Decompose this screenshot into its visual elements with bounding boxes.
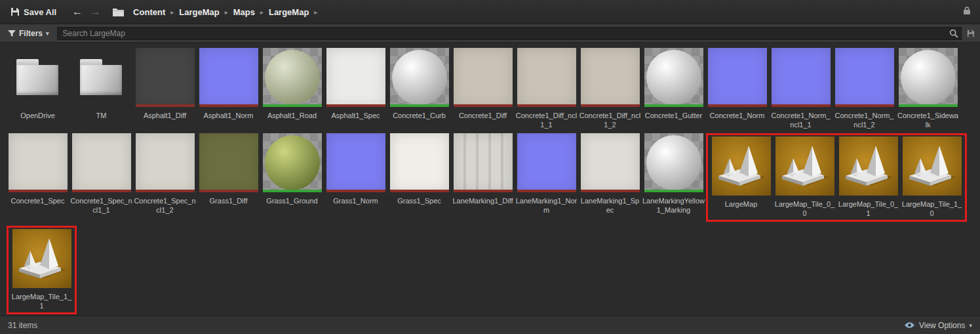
- texture-thumbnail: [708, 48, 767, 107]
- asset-tile-LaneMarking1_Spec[interactable]: LaneMarking1_Spec: [579, 133, 641, 215]
- lock-icon: [963, 6, 971, 15]
- asset-type-bar: [644, 190, 703, 192]
- asset-type-bar: [263, 190, 322, 192]
- asset-tile-Concrete1_Norm_ncl1_1[interactable]: Concrete1_Norm_ncl1_1: [770, 48, 832, 129]
- asset-type-bar: [199, 104, 258, 107]
- filters-label: Filters: [19, 29, 43, 38]
- asset-type-bar: [326, 104, 385, 107]
- search-input[interactable]: [60, 29, 949, 38]
- asset-tile-Concrete1_Norm_ncl1_2[interactable]: Concrete1_Norm_ncl1_2: [833, 48, 895, 129]
- tile-label: Grass1_Norm: [324, 196, 387, 215]
- tile-label: Concrete1_Norm_ncl1_1: [770, 111, 832, 129]
- asset-tile-LargeMap_Tile_0_1[interactable]: LargeMap_Tile_0_1: [837, 136, 899, 218]
- asset-tile-LargeMap_Tile_1_1[interactable]: LargeMap_Tile_1_1: [10, 229, 73, 310]
- asset-tile-TM[interactable]: TM: [70, 48, 132, 129]
- folder-body: [80, 65, 122, 95]
- asset-tile-Concrete1_Diff_ncl1_2[interactable]: Concrete1_Diff_ncl1_2: [579, 48, 641, 129]
- tile-label: Concrete1_Diff: [452, 111, 514, 129]
- view-options-label: View Options: [919, 321, 965, 330]
- asset-tile-LaneMarking1_Norm[interactable]: LaneMarking1_Norm: [515, 133, 578, 215]
- material-sphere: [646, 135, 701, 190]
- texture-thumbnail: [454, 133, 513, 192]
- asset-tile-Concrete1_Curb[interactable]: Concrete1_Curb: [388, 48, 450, 129]
- texture-thumbnail: [835, 48, 894, 107]
- asset-type-bar: [772, 104, 831, 107]
- tile-label: Asphalt1_Road: [261, 111, 323, 129]
- asset-tile-LargeMap_Tile_0_0[interactable]: LargeMap_Tile_0_0: [774, 136, 836, 218]
- asset-tile-LaneMarking1_Diff[interactable]: LaneMarking1_Diff: [452, 133, 514, 215]
- breadcrumb-separator-icon: ▸: [260, 9, 264, 16]
- save-all-button[interactable]: Save All: [7, 5, 60, 20]
- texture-thumbnail: [199, 48, 258, 107]
- breadcrumb: Content▸LargeMap▸Maps▸LargeMap▸: [132, 7, 317, 17]
- tile-label: Concrete1_Norm_ncl1_2: [833, 111, 895, 129]
- texture-thumbnail: [581, 48, 640, 107]
- folder-icon: [9, 48, 68, 107]
- tile-label: LargeMap: [710, 199, 772, 218]
- asset-type-bar: [835, 104, 894, 107]
- breadcrumb-separator-icon: ▸: [314, 9, 317, 16]
- asset-tile-Grass1_Ground[interactable]: Grass1_Ground: [261, 133, 323, 215]
- asset-tile-Grass1_Norm[interactable]: Grass1_Norm: [324, 133, 387, 215]
- filter-bar: Filters ▾: [0, 24, 980, 43]
- tile-label: Concrete1_Diff_ncl1_2: [579, 111, 641, 129]
- asset-type-bar: [263, 104, 322, 107]
- asset-tile-Concrete1_Gutter[interactable]: Concrete1_Gutter: [642, 48, 705, 129]
- asset-type-bar: [136, 190, 195, 192]
- asset-tile-OpenDrive[interactable]: OpenDrive: [7, 48, 69, 129]
- level-thumbnail: [775, 136, 834, 196]
- level-pyramids-art: [712, 136, 771, 196]
- asset-tile-Concrete1_Spec[interactable]: Concrete1_Spec: [7, 133, 69, 215]
- breadcrumb-item-largemap[interactable]: LargeMap: [178, 7, 220, 17]
- asset-tile-Concrete1_Diff[interactable]: Concrete1_Diff: [452, 48, 514, 129]
- asset-tile-LargeMap_Tile_1_0[interactable]: LargeMap_Tile_1_0: [901, 136, 963, 218]
- tile-label: LargeMap_Tile_0_1: [837, 199, 899, 218]
- asset-tile-Grass1_Spec[interactable]: Grass1_Spec: [388, 133, 450, 215]
- asset-type-bar: [9, 190, 68, 192]
- item-count: 31 items: [8, 321, 37, 330]
- breadcrumb-item-largemap[interactable]: LargeMap: [267, 7, 310, 17]
- search-box: [57, 27, 962, 40]
- asset-tile-Grass1_Diff[interactable]: Grass1_Diff: [197, 133, 260, 215]
- tile-label: LargeMap_Tile_0_0: [774, 199, 836, 218]
- tile-label: LaneMarkingYellow1_Marking: [642, 196, 705, 215]
- asset-tile-LargeMap[interactable]: LargeMap: [710, 136, 772, 218]
- texture-thumbnail: [136, 133, 195, 192]
- highlight-box: LargeMap_Tile_1_1: [7, 226, 77, 314]
- asset-tile-Asphalt1_Norm[interactable]: Asphalt1_Norm: [197, 48, 260, 129]
- asset-tile-Concrete1_Spec_ncl1_2[interactable]: Concrete1_Spec_ncl1_2: [134, 133, 196, 215]
- asset-type-bar: [708, 104, 767, 107]
- save-search-button[interactable]: [967, 30, 975, 37]
- asset-grid-row: LargeMap_Tile_1_1: [7, 226, 973, 314]
- level-pyramids-art: [903, 136, 962, 196]
- asset-type-bar: [199, 190, 258, 192]
- search-icon[interactable]: [949, 29, 958, 38]
- asset-type-bar: [644, 104, 703, 107]
- tile-label: Asphalt1_Norm: [197, 111, 260, 129]
- asset-tile-LaneMarkingYellow1_Marking[interactable]: LaneMarkingYellow1_Marking: [642, 133, 705, 215]
- eye-icon: [904, 322, 915, 329]
- view-options-button[interactable]: View Options ▾: [904, 321, 972, 330]
- asset-tile-Asphalt1_Spec[interactable]: Asphalt1_Spec: [324, 48, 387, 129]
- forward-button[interactable]: →: [88, 6, 104, 18]
- asset-tile-Concrete1_Norm[interactable]: Concrete1_Norm: [706, 48, 768, 129]
- asset-tile-Asphalt1_Diff[interactable]: Asphalt1_Diff: [134, 48, 196, 129]
- lock-button[interactable]: [960, 5, 973, 19]
- material-sphere-thumbnail: [899, 48, 958, 107]
- breadcrumb-item-maps[interactable]: Maps: [232, 7, 256, 17]
- asset-tile-Concrete1_Diff_ncl1_1[interactable]: Concrete1_Diff_ncl1_1: [515, 48, 578, 129]
- level-pyramids-art: [839, 136, 898, 196]
- filters-button[interactable]: Filters ▾: [5, 28, 52, 39]
- tile-label: Grass1_Ground: [261, 196, 323, 215]
- breadcrumb-item-content[interactable]: Content: [132, 7, 167, 17]
- asset-tile-Concrete1_Sidewalk[interactable]: Concrete1_Sidewalk: [897, 48, 959, 129]
- status-bar: 31 items View Options ▾: [0, 316, 980, 334]
- asset-tile-Asphalt1_Road[interactable]: Asphalt1_Road: [261, 48, 323, 129]
- texture-thumbnail: [454, 48, 513, 107]
- asset-tile-Concrete1_Spec_ncl1_1[interactable]: Concrete1_Spec_ncl1_1: [70, 133, 132, 215]
- texture-thumbnail: [326, 48, 385, 107]
- tile-label: TM: [70, 111, 132, 129]
- back-button[interactable]: ←: [69, 6, 85, 18]
- texture-thumbnail: [772, 48, 831, 107]
- asset-type-bar: [517, 190, 576, 192]
